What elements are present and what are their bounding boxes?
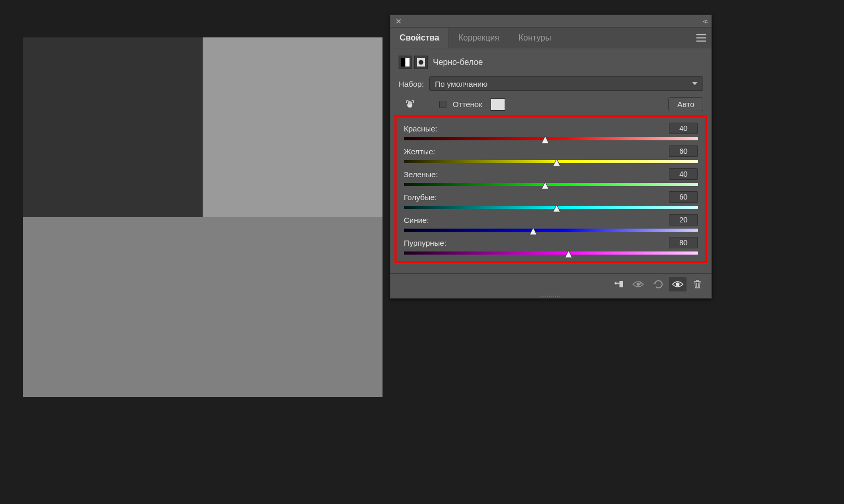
slider-greens: Зеленые: 40 — [404, 168, 698, 186]
slider-cyans: Голубые: 60 — [404, 191, 698, 209]
canvas-quadrant-br — [203, 217, 383, 397]
canvas-quadrant-tr — [203, 37, 383, 217]
black-white-adjustment-icon — [399, 56, 412, 69]
panel-tabs: Свойства Коррекция Контуры — [390, 28, 711, 48]
canvas-quadrant-tl — [23, 37, 203, 217]
toggle-visibility-icon[interactable] — [669, 277, 687, 291]
svg-point-8 — [637, 283, 640, 286]
slider-track-reds[interactable] — [404, 137, 698, 140]
slider-thumb-cyans[interactable] — [553, 205, 560, 212]
slider-yellows: Желтые: 60 — [404, 145, 698, 163]
svg-point-6 — [419, 60, 424, 65]
chevron-down-icon — [692, 82, 697, 85]
slider-track-magentas[interactable] — [404, 251, 698, 255]
slider-value-blues[interactable]: 20 — [669, 214, 698, 226]
properties-panel: ✕ << Свойства Коррекция Контуры — [390, 15, 712, 299]
slider-blues: Синие: 20 — [404, 214, 698, 232]
preset-label: Набор: — [399, 79, 424, 88]
panel-menu-icon[interactable] — [691, 28, 711, 48]
panel-topbar: ✕ << — [390, 15, 711, 28]
layer-mask-icon[interactable] — [414, 56, 428, 69]
slider-label-greens: Зеленые: — [404, 170, 438, 179]
slider-label-magentas: Пурпурные: — [404, 238, 446, 247]
slider-track-cyans[interactable] — [404, 206, 698, 209]
slider-thumb-magentas[interactable] — [565, 250, 572, 258]
svg-rect-4 — [401, 58, 405, 67]
slider-magentas: Пурпурные: 80 — [404, 237, 698, 255]
slider-value-yellows[interactable]: 60 — [669, 145, 698, 157]
tint-color-swatch[interactable] — [491, 98, 505, 111]
delete-icon[interactable] — [689, 277, 706, 291]
tint-row: Оттенок Авто — [399, 97, 703, 111]
slider-thumb-yellows[interactable] — [553, 159, 560, 166]
slider-label-cyans: Голубые: — [404, 193, 437, 202]
slider-thumb-reds[interactable] — [542, 136, 549, 143]
canvas-quadrant-bl — [23, 217, 203, 397]
slider-thumb-greens[interactable] — [542, 182, 549, 189]
auto-button[interactable]: Авто — [668, 97, 703, 111]
collapse-panel-icon[interactable]: << — [703, 18, 706, 24]
slider-value-greens[interactable]: 40 — [669, 168, 698, 180]
slider-value-reds[interactable]: 40 — [669, 123, 698, 134]
tint-label: Оттенок — [453, 100, 482, 109]
tab-properties[interactable]: Свойства — [390, 28, 449, 48]
sliders-highlight-box: Красные: 40 Желтые: 60 — [394, 115, 707, 263]
document-canvas — [23, 37, 383, 397]
preset-row: Набор: По умолчанию — [399, 76, 703, 91]
slider-thumb-blues[interactable] — [530, 228, 537, 235]
slider-track-blues[interactable] — [404, 229, 698, 232]
preset-select[interactable]: По умолчанию — [429, 76, 703, 91]
slider-track-greens[interactable] — [404, 183, 698, 186]
tint-checkbox[interactable] — [439, 101, 446, 108]
panel-footer — [390, 273, 711, 294]
panel-resize-grip[interactable] — [390, 294, 711, 298]
tab-adjustments[interactable]: Коррекция — [449, 28, 509, 48]
close-icon[interactable]: ✕ — [395, 17, 402, 25]
adjustment-header: Черно-белое — [399, 56, 703, 69]
svg-point-9 — [676, 282, 680, 286]
slider-value-magentas[interactable]: 80 — [669, 237, 698, 248]
slider-label-yellows: Желтые: — [404, 147, 435, 156]
reset-icon[interactable] — [649, 277, 667, 291]
slider-reds: Красные: 40 — [404, 123, 698, 140]
adjustment-title: Черно-белое — [433, 58, 483, 67]
svg-rect-7 — [619, 281, 623, 287]
targeted-adjustment-tool-icon[interactable] — [404, 98, 416, 111]
panel-body: Черно-белое Набор: По умолчанию Оттенок — [390, 48, 711, 267]
clip-to-layer-icon[interactable] — [610, 277, 627, 291]
slider-label-blues: Синие: — [404, 216, 429, 224]
preset-value: По умолчанию — [435, 79, 487, 88]
slider-track-yellows[interactable] — [404, 160, 698, 163]
slider-label-reds: Красные: — [404, 124, 438, 133]
view-previous-state-icon[interactable] — [629, 277, 647, 291]
tab-paths[interactable]: Контуры — [509, 28, 561, 48]
slider-value-cyans[interactable]: 60 — [669, 191, 698, 203]
